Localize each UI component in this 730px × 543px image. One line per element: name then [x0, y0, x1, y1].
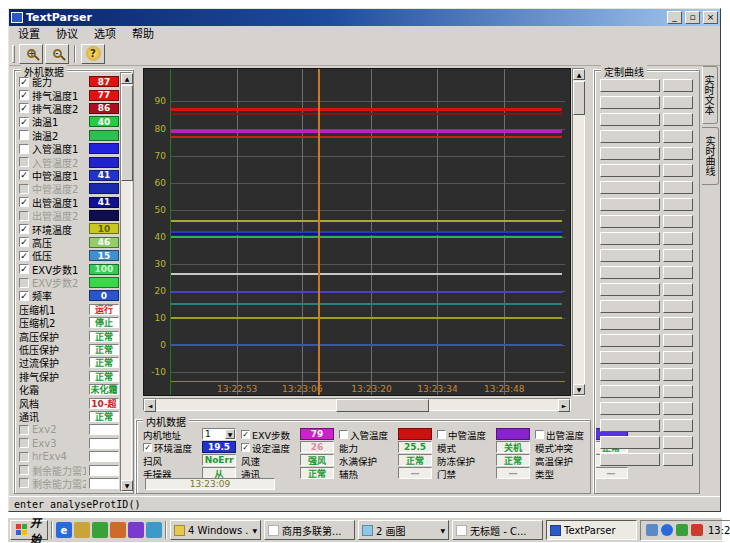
messenger-icon[interactable] [128, 522, 144, 538]
menu-options[interactable]: 选项 [86, 27, 124, 42]
custom-curve-button[interactable] [600, 249, 660, 262]
checkbox[interactable]: ✓ [19, 170, 29, 180]
custom-curve-value-button[interactable] [663, 113, 693, 126]
tray-icon[interactable] [676, 524, 688, 536]
taskbar-button[interactable]: 无标题 - C... [452, 520, 543, 540]
custom-curve-button[interactable] [600, 453, 660, 466]
scrollbar-thumb[interactable] [573, 81, 585, 115]
custom-curve-button[interactable] [600, 147, 660, 160]
restore-button[interactable]: ▫ [685, 11, 700, 24]
checkbox[interactable] [19, 211, 29, 221]
scroll-left-icon[interactable]: ◄ [144, 399, 156, 412]
custom-curve-button[interactable] [600, 130, 660, 143]
checkbox[interactable]: ✓ [143, 443, 152, 452]
checkbox[interactable] [19, 465, 29, 475]
custom-curve-value-button[interactable] [663, 147, 693, 160]
mail-icon[interactable] [74, 522, 90, 538]
custom-curve-button[interactable] [600, 283, 660, 296]
chevron-down-icon[interactable]: ▼ [225, 429, 235, 439]
custom-curve-button[interactable] [600, 164, 660, 177]
custom-curve-value-button[interactable] [663, 317, 693, 330]
help-button[interactable]: ? [81, 44, 105, 64]
checkbox[interactable] [19, 278, 29, 288]
custom-curve-button[interactable] [600, 198, 660, 211]
indoor-address-dropdown[interactable]: 1▼ [202, 428, 236, 440]
chevron-down-icon[interactable]: ▼ [252, 527, 257, 534]
taskbar-button[interactable]: 4 Windows ...▼ [170, 520, 261, 540]
custom-curve-button[interactable] [600, 215, 660, 228]
custom-curve-button[interactable] [600, 300, 660, 313]
checkbox[interactable] [19, 425, 29, 435]
checkbox[interactable]: ✓ [19, 117, 29, 127]
zoom-in-button[interactable]: + [19, 44, 43, 64]
custom-curve-button[interactable] [600, 419, 660, 432]
chart-vertical-scrollbar[interactable]: ▲ ▼ [572, 68, 585, 396]
time-cursor[interactable] [318, 69, 320, 395]
menu-settings[interactable]: 设置 [10, 27, 48, 42]
menu-help[interactable]: 帮助 [124, 27, 162, 42]
chevron-down-icon[interactable]: ▼ [440, 527, 445, 534]
scroll-down-icon[interactable]: ▼ [121, 480, 133, 491]
checkbox[interactable]: ✓ [19, 237, 29, 247]
custom-curve-button[interactable] [600, 351, 660, 364]
custom-curve-button[interactable] [600, 232, 660, 245]
custom-curve-value-button[interactable] [663, 385, 693, 398]
checkbox[interactable]: ✓ [241, 443, 250, 452]
checkbox[interactable]: ✓ [19, 103, 29, 113]
close-button[interactable]: × [703, 11, 718, 24]
custom-curve-button[interactable] [600, 402, 660, 415]
custom-curve-value-button[interactable] [663, 283, 693, 296]
media-player-icon[interactable] [110, 522, 126, 538]
minimize-button[interactable]: _ [667, 11, 682, 24]
show-desktop-icon[interactable] [92, 522, 108, 538]
checkbox[interactable] [535, 430, 544, 439]
custom-curve-button[interactable] [600, 266, 660, 279]
custom-curve-value-button[interactable] [663, 266, 693, 279]
custom-curve-button[interactable] [600, 113, 660, 126]
toolbar-grip[interactable] [12, 45, 15, 63]
checkbox[interactable] [19, 438, 29, 448]
scrollbar-thumb[interactable] [336, 399, 430, 412]
checkbox[interactable] [19, 157, 29, 167]
custom-curve-button[interactable] [600, 96, 660, 109]
custom-curve-button[interactable] [600, 436, 660, 449]
custom-curve-value-button[interactable] [663, 351, 693, 364]
custom-curve-button[interactable] [600, 368, 660, 381]
checkbox[interactable]: ✓ [19, 264, 29, 274]
checkbox[interactable]: ✓ [19, 197, 29, 207]
checkbox[interactable]: ✓ [19, 77, 29, 87]
checkbox[interactable] [19, 478, 29, 488]
realtime-chart[interactable]: 13:22:5313:23:0613:23:2013:23:3413:23:48… [143, 68, 571, 396]
outdoor-scrollbar[interactable]: ▲ ▼ [120, 72, 132, 492]
custom-curve-value-button[interactable] [663, 79, 693, 92]
scroll-down-icon[interactable]: ▼ [573, 384, 585, 395]
custom-curve-value-button[interactable] [663, 402, 693, 415]
checkbox[interactable] [19, 130, 29, 140]
custom-curve-value-button[interactable] [663, 249, 693, 262]
title-bar[interactable]: TextParser _ ▫ × [9, 9, 720, 26]
custom-curve-button[interactable] [600, 181, 660, 194]
custom-curve-value-button[interactable] [663, 215, 693, 228]
custom-curve-value-button[interactable] [663, 232, 693, 245]
custom-curve-value-button[interactable] [663, 436, 693, 449]
custom-curve-button[interactable] [600, 79, 660, 92]
custom-curve-value-button[interactable] [663, 164, 693, 177]
checkbox[interactable] [437, 430, 446, 439]
checkbox[interactable]: ✓ [19, 291, 29, 301]
custom-curve-value-button[interactable] [663, 130, 693, 143]
taskbar-button[interactable]: 2 画图▼ [358, 520, 449, 540]
chart-horizontal-scrollbar[interactable]: ◄ ► [143, 398, 571, 411]
scroll-up-icon[interactable]: ▲ [121, 73, 133, 84]
custom-curve-button[interactable] [600, 385, 660, 398]
custom-curve-value-button[interactable] [663, 300, 693, 313]
checkbox[interactable]: ✓ [19, 90, 29, 100]
custom-curve-value-button[interactable] [663, 419, 693, 432]
start-button[interactable]: 开始 [10, 520, 48, 540]
checkbox[interactable] [19, 184, 29, 194]
custom-curve-value-button[interactable] [663, 453, 693, 466]
checkbox[interactable] [19, 452, 29, 462]
scroll-right-icon[interactable]: ► [558, 399, 570, 412]
zoom-out-button[interactable]: - [45, 44, 69, 64]
menu-protocol[interactable]: 协议 [48, 27, 86, 42]
tray-icon[interactable] [646, 524, 658, 536]
